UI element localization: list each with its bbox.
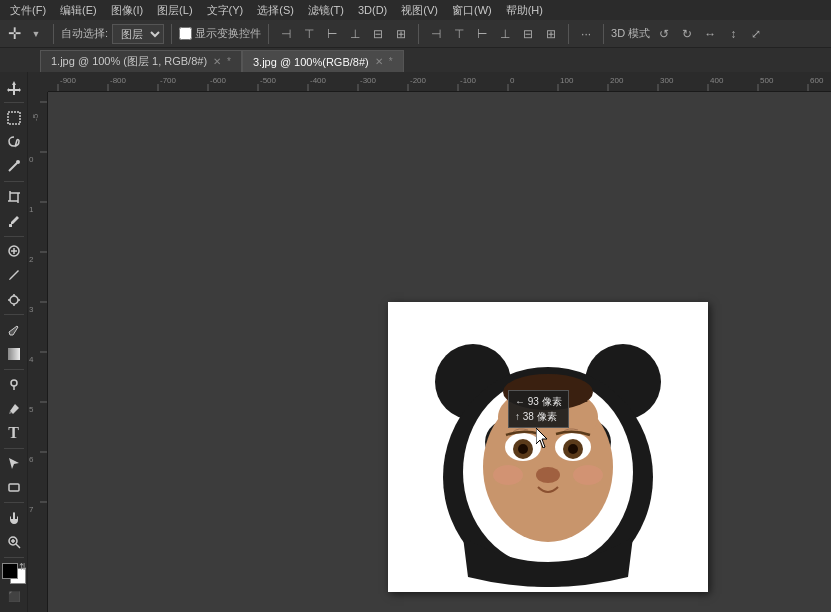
canvas-area[interactable]: -900 -800 -700 -600 -500 -400 -300 -200 xyxy=(28,72,831,612)
tab-3jpg-close[interactable]: ✕ xyxy=(375,56,383,67)
3d-roll-btn[interactable]: ↻ xyxy=(677,24,697,44)
menu-image[interactable]: 图像(I) xyxy=(105,1,149,20)
svg-text:4: 4 xyxy=(29,355,34,364)
align-icons-group: ⊣ ⊤ ⊢ ⊥ ⊟ ⊞ xyxy=(276,24,411,44)
more-options-btn[interactable]: ··· xyxy=(576,24,596,44)
tool-eyedropper[interactable] xyxy=(2,209,26,232)
menu-window[interactable]: 窗口(W) xyxy=(446,1,498,20)
align-left-btn[interactable]: ⊣ xyxy=(276,24,296,44)
3d-scale-btn[interactable]: ⤢ xyxy=(746,24,766,44)
align-right-btn[interactable]: ⊢ xyxy=(322,24,342,44)
tab-3jpg-marker: * xyxy=(389,56,393,67)
sep1 xyxy=(53,24,54,44)
options-bar: ✛ ▼ 自动选择: 图层 组 显示变换控件 ⊣ ⊤ ⊢ ⊥ ⊟ ⊞ ⊣ ⊤ ⊢ … xyxy=(0,20,831,48)
tool-sep-6 xyxy=(4,448,24,449)
tool-sep-7 xyxy=(4,502,24,503)
tool-text[interactable]: T xyxy=(2,421,26,444)
ruler-corner xyxy=(28,72,48,92)
default-colors-btn[interactable]: ⬛ xyxy=(2,585,26,608)
svg-text:-700: -700 xyxy=(160,76,177,85)
menu-3d[interactable]: 3D(D) xyxy=(352,2,393,18)
menubar: 文件(F) 编辑(E) 图像(I) 图层(L) 文字(Y) 选择(S) 滤镜(T… xyxy=(0,0,831,20)
menu-file[interactable]: 文件(F) xyxy=(4,1,52,20)
tool-eraser[interactable] xyxy=(2,318,26,341)
tab-1jpg-close[interactable]: ✕ xyxy=(213,56,221,67)
tool-clone[interactable] xyxy=(2,288,26,311)
svg-text:-900: -900 xyxy=(60,76,77,85)
svg-text:7: 7 xyxy=(29,505,34,514)
svg-line-23 xyxy=(16,544,20,548)
foreground-color-swatch[interactable] xyxy=(2,563,18,579)
svg-text:-400: -400 xyxy=(310,76,327,85)
dist-top-btn[interactable]: ⊤ xyxy=(449,24,469,44)
menu-select[interactable]: 选择(S) xyxy=(251,1,300,20)
tab-1jpg-label: 1.jpg @ 100% (图层 1, RGB/8#) xyxy=(51,54,207,69)
sep4 xyxy=(418,24,419,44)
tool-move[interactable] xyxy=(2,76,26,99)
tool-lasso[interactable] xyxy=(2,131,26,154)
align-h-center-btn[interactable]: ⊟ xyxy=(368,24,388,44)
tab-1jpg[interactable]: 1.jpg @ 100% (图层 1, RGB/8#) ✕ * xyxy=(40,50,242,72)
svg-point-95 xyxy=(503,374,593,410)
text-tool-t: T xyxy=(8,424,19,442)
menu-layer[interactable]: 图层(L) xyxy=(151,1,198,20)
dist-left-btn[interactable]: ⊣ xyxy=(426,24,446,44)
3d-mode-label: 3D 模式 xyxy=(611,26,650,41)
tool-select-rect[interactable] xyxy=(2,106,26,129)
align-top-btn[interactable]: ⊤ xyxy=(299,24,319,44)
tool-hand[interactable] xyxy=(2,506,26,529)
svg-point-96 xyxy=(493,465,523,485)
tool-crop[interactable] xyxy=(2,185,26,208)
dist-bottom-btn[interactable]: ⊥ xyxy=(495,24,515,44)
canvas-wrapper[interactable]: ← 93 像素 ↑ 38 像素 xyxy=(48,92,831,612)
dist-right-btn[interactable]: ⊢ xyxy=(472,24,492,44)
svg-marker-20 xyxy=(9,458,19,469)
color-swatches[interactable]: ⇅ xyxy=(2,563,26,584)
3d-pan-btn[interactable]: ↔ xyxy=(700,24,720,44)
svg-text:-200: -200 xyxy=(410,76,427,85)
dist-h-btn[interactable]: ⊟ xyxy=(518,24,538,44)
tool-zoom[interactable] xyxy=(2,530,26,553)
menu-view[interactable]: 视图(V) xyxy=(395,1,444,20)
tool-path-select[interactable] xyxy=(2,452,26,475)
svg-rect-1 xyxy=(8,112,20,124)
tool-sep-4 xyxy=(4,314,24,315)
menu-filter[interactable]: 滤镜(T) xyxy=(302,1,350,20)
tool-sep-8 xyxy=(4,557,24,558)
tool-shape[interactable] xyxy=(2,476,26,499)
3d-icons: ↺ ↻ ↔ ↕ ⤢ xyxy=(654,24,766,44)
sep3 xyxy=(268,24,269,44)
3d-rotate-btn[interactable]: ↺ xyxy=(654,24,674,44)
align-v-center-btn[interactable]: ⊞ xyxy=(391,24,411,44)
svg-text:-300: -300 xyxy=(360,76,377,85)
tool-dodge[interactable] xyxy=(2,373,26,396)
dist-v-btn[interactable]: ⊞ xyxy=(541,24,561,44)
swap-colors-icon[interactable]: ⇅ xyxy=(19,562,27,572)
svg-text:2: 2 xyxy=(29,255,34,264)
svg-point-97 xyxy=(573,465,603,485)
svg-text:300: 300 xyxy=(660,76,674,85)
svg-text:-100: -100 xyxy=(460,76,477,85)
tool-gradient[interactable] xyxy=(2,343,26,366)
tool-sep-5 xyxy=(4,369,24,370)
toolbar: T xyxy=(0,72,28,612)
3d-slide-btn[interactable]: ↕ xyxy=(723,24,743,44)
ruler-vertical: -5 0 1 2 3 4 5 6 7 xyxy=(28,92,48,612)
tab-3jpg[interactable]: 3.jpg @ 100%(RGB/8#) ✕ * xyxy=(242,50,404,72)
ruler-v-svg: -5 0 1 2 3 4 5 6 7 xyxy=(28,92,47,612)
tool-sep-1 xyxy=(4,102,24,103)
auto-select-dropdown[interactable]: 图层 组 xyxy=(112,24,164,44)
svg-point-92 xyxy=(518,444,528,454)
align-bottom-btn[interactable]: ⊥ xyxy=(345,24,365,44)
menu-type[interactable]: 文字(Y) xyxy=(201,1,250,20)
menu-edit[interactable]: 编辑(E) xyxy=(54,1,103,20)
tool-brush[interactable] xyxy=(2,264,26,287)
tool-heal[interactable] xyxy=(2,240,26,263)
tool-pen[interactable] xyxy=(2,397,26,420)
sep2 xyxy=(171,24,172,44)
transform-controls-check[interactable] xyxy=(179,27,192,40)
tab-1jpg-marker: * xyxy=(227,56,231,67)
menu-help[interactable]: 帮助(H) xyxy=(500,1,549,20)
move-tool-arrow[interactable]: ▼ xyxy=(26,24,46,44)
tool-magic-wand[interactable] xyxy=(2,155,26,178)
